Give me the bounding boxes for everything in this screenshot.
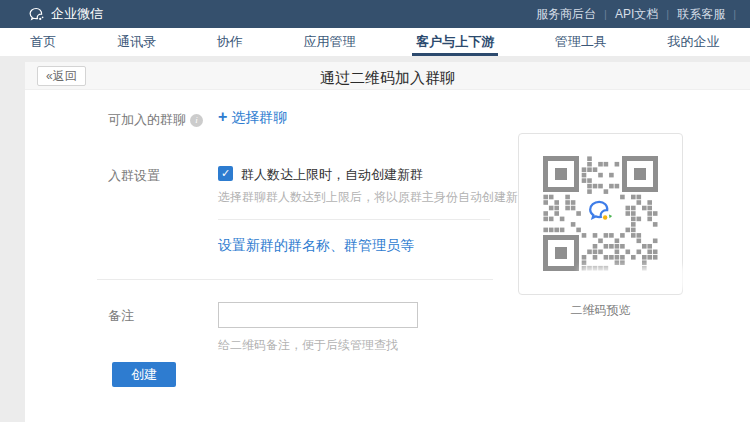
- new-group-config-link[interactable]: 设置新群的群名称、群管理员等: [218, 237, 414, 255]
- qr-finder-bottom-left: [543, 235, 579, 271]
- check-icon: ✓: [221, 167, 230, 179]
- tab-customers-upstream-downstream[interactable]: 客户与上下游: [410, 28, 500, 56]
- join-settings-hint: 选择群聊群人数达到上限后，将以原群主身份自动创建新群: [218, 189, 530, 206]
- tab-home[interactable]: 首页: [24, 28, 62, 56]
- page-title: 通过二维码加入群聊: [25, 69, 750, 88]
- topbar-link-provider[interactable]: 服务商后台: [528, 6, 604, 23]
- divider: [218, 219, 490, 220]
- qr-blur-overlay: [580, 266, 686, 290]
- screen: 企业微信 服务商后台 | API文档 | 联系客服 | 首页 通讯录 协作 应用…: [0, 0, 750, 422]
- separator: |: [733, 8, 736, 20]
- qr-preview-caption: 二维码预览: [518, 302, 683, 319]
- qr-code: [543, 156, 658, 271]
- tab-management-tools[interactable]: 管理工具: [549, 28, 613, 56]
- plus-icon: +: [218, 108, 227, 125]
- remark-label: 备注: [108, 307, 134, 325]
- wechat-work-logo-icon: [585, 196, 616, 227]
- select-group-link[interactable]: +选择群聊: [218, 108, 287, 127]
- tab-app-management[interactable]: 应用管理: [297, 28, 361, 56]
- info-icon[interactable]: i: [190, 114, 203, 127]
- create-button[interactable]: 创建: [112, 362, 176, 387]
- qr-preview-card: [518, 133, 683, 295]
- topbar-links: 服务商后台 | API文档 | 联系客服 |: [528, 6, 736, 23]
- tab-my-company[interactable]: 我的企业: [662, 28, 726, 56]
- joinable-group-label: 可加入的群聊i: [108, 111, 203, 129]
- topbar-link-support[interactable]: 联系客服: [669, 6, 733, 23]
- tab-contacts[interactable]: 通讯录: [111, 28, 162, 56]
- qr-finder-top-left: [543, 156, 579, 192]
- auto-create-group-checkbox[interactable]: ✓: [218, 166, 233, 181]
- wechat-work-bubble-icon: [28, 6, 45, 23]
- brand-label: 企业微信: [51, 5, 103, 23]
- nav-tabs: 首页 通讯录 协作 应用管理 客户与上下游 管理工具 我的企业: [0, 28, 750, 56]
- remark-input[interactable]: [218, 302, 418, 328]
- tab-collaboration[interactable]: 协作: [211, 28, 249, 56]
- remark-hint: 给二维码备注，便于后续管理查找: [218, 337, 398, 354]
- qr-finder-top-right: [622, 156, 658, 192]
- topbar: 企业微信 服务商后台 | API文档 | 联系客服 |: [0, 0, 750, 28]
- divider: [97, 279, 493, 280]
- join-settings-label: 入群设置: [108, 167, 160, 185]
- auto-create-group-checkbox-label[interactable]: 群人数达上限时，自动创建新群: [241, 166, 423, 184]
- topbar-link-api-docs[interactable]: API文档: [607, 6, 666, 23]
- content-panel: «返回 通过二维码加入群聊 可加入的群聊i +选择群聊 入群设置 ✓ 群人数达上…: [25, 62, 750, 422]
- brand[interactable]: 企业微信: [28, 5, 103, 23]
